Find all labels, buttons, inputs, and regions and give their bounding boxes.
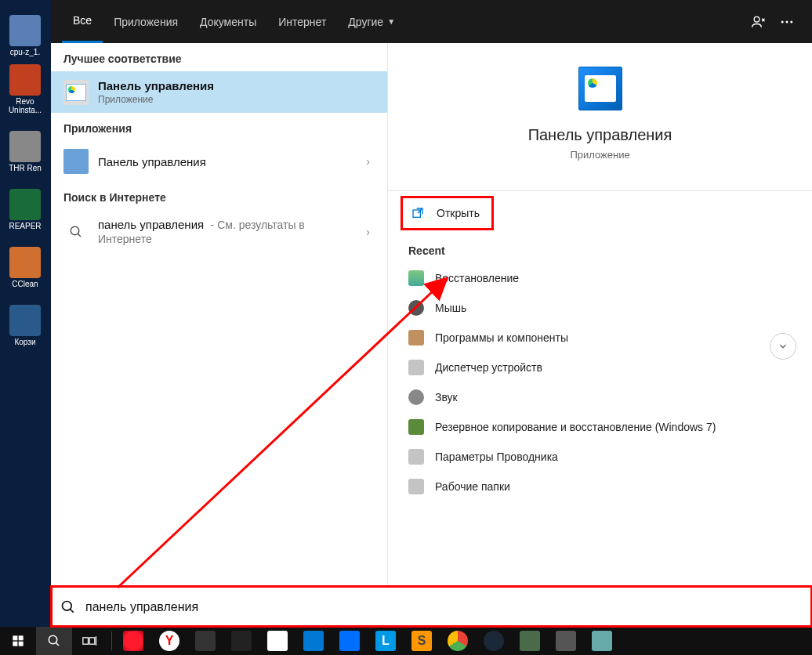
svg-point-6 — [63, 601, 72, 610]
desktop-icons: cpu-z_1. Revo Uninsta... THR Ren REAPER … — [0, 0, 51, 655]
desktop-icon-revo[interactable]: Revo Uninsta... — [3, 61, 47, 116]
recent-item-sound[interactable]: Звук — [408, 382, 792, 412]
taskbar-app-12[interactable] — [512, 627, 548, 655]
taskbar-app-yandex[interactable]: Y — [151, 627, 187, 655]
sound-icon — [408, 389, 424, 405]
desktop-icon-reaper[interactable]: REAPER — [3, 177, 47, 232]
svg-rect-13 — [83, 638, 89, 644]
svg-rect-9 — [19, 635, 24, 640]
backup-icon — [408, 419, 424, 435]
taskbar-app-5[interactable] — [259, 627, 295, 655]
desktop-icon-thr[interactable]: THR Ren — [3, 119, 47, 174]
taskbar-app-13[interactable] — [548, 627, 584, 655]
recent-heading: Recent — [408, 244, 792, 257]
recent-item-device-manager[interactable]: Диспетчер устройств — [408, 353, 792, 382]
start-button[interactable] — [0, 627, 36, 655]
open-action-label: Открыть — [437, 207, 480, 219]
tab-internet[interactable]: Интернет — [267, 0, 337, 43]
taskbar-divider — [111, 631, 112, 650]
taskbar-app-opera[interactable] — [115, 627, 151, 655]
search-icon — [63, 219, 89, 244]
explorer-options-icon — [408, 449, 424, 465]
recent-item-explorer-options[interactable]: Параметры Проводника — [408, 442, 792, 472]
taskbar: Y L S — [0, 627, 812, 655]
recent-item-mouse[interactable]: Мышь — [408, 293, 792, 323]
best-match-subtitle: Приложение — [98, 94, 375, 105]
tab-other[interactable]: Другие▼ — [337, 0, 406, 43]
control-panel-icon — [63, 80, 89, 105]
search-icon — [51, 599, 85, 615]
tab-all[interactable]: Все — [62, 0, 103, 43]
svg-point-3 — [790, 20, 792, 23]
search-results-body: Лучшее соответствие Панель управления Пр… — [51, 43, 812, 586]
expand-button[interactable] — [770, 333, 796, 360]
taskbar-app-7[interactable] — [332, 627, 368, 655]
taskbar-app-14[interactable] — [584, 627, 620, 655]
taskbar-app-3[interactable] — [187, 627, 223, 655]
taskbar-search-button[interactable] — [36, 627, 72, 655]
svg-rect-8 — [13, 635, 17, 640]
svg-point-1 — [781, 20, 784, 23]
svg-rect-11 — [19, 642, 24, 646]
mouse-icon — [408, 300, 424, 316]
control-panel-large-icon — [578, 67, 622, 110]
best-match-result[interactable]: Панель управления Приложение — [51, 71, 387, 113]
chevron-down-icon: ▼ — [387, 17, 395, 26]
work-folders-icon — [408, 479, 424, 494]
svg-rect-10 — [13, 642, 17, 646]
apps-section-header: Приложения — [51, 113, 387, 141]
best-match-header: Лучшее соответствие — [51, 43, 387, 71]
taskbar-app-steam[interactable] — [476, 627, 512, 655]
svg-point-0 — [754, 16, 759, 22]
search-tabs-bar: Все Приложения Документы Интернет Другие… — [51, 0, 812, 43]
web-result-prefix: панель управления — [98, 218, 204, 231]
search-input[interactable] — [85, 587, 812, 627]
task-view-button[interactable] — [72, 627, 108, 655]
chevron-right-icon: › — [361, 226, 375, 238]
search-panel: Все Приложения Документы Интернет Другие… — [51, 0, 812, 586]
programs-icon — [408, 330, 424, 346]
taskbar-app-mail[interactable] — [295, 627, 332, 655]
desktop-icon-ccleaner[interactable]: CClean — [3, 235, 47, 290]
recent-item-work-folders[interactable]: Рабочие папки — [408, 472, 792, 501]
search-input-zone — [51, 586, 812, 627]
results-left-column: Лучшее соответствие Панель управления Пр… — [51, 43, 388, 586]
desktop-icon-cpuz[interactable]: cpu-z_1. — [3, 3, 47, 58]
taskbar-app-l[interactable]: L — [368, 627, 404, 655]
svg-point-2 — [786, 20, 788, 23]
preview-header: Панель управления Приложение — [388, 43, 812, 176]
recent-item-recovery[interactable]: Восстановление — [408, 263, 792, 293]
tab-docs[interactable]: Документы — [189, 0, 267, 43]
web-result[interactable]: панель управления - См. результаты в Инт… — [51, 210, 387, 254]
svg-point-12 — [49, 635, 57, 644]
svg-point-4 — [71, 226, 79, 235]
app-result-title: Панель управления — [98, 155, 361, 168]
tab-apps[interactable]: Приложения — [103, 0, 189, 43]
best-match-title: Панель управления — [98, 79, 375, 92]
taskbar-app-sublime[interactable]: S — [404, 627, 440, 655]
taskbar-app-4[interactable] — [223, 627, 259, 655]
open-icon — [410, 205, 426, 221]
web-section-header: Поиск в Интернете — [51, 182, 387, 210]
recovery-icon — [408, 270, 424, 286]
preview-title: Панель управления — [404, 126, 796, 144]
recent-item-programs[interactable]: Программы и компоненты — [408, 323, 792, 353]
control-panel-small-icon — [63, 149, 89, 174]
svg-rect-14 — [89, 638, 95, 644]
recent-block: Recent Восстановление Мышь Программы и к… — [388, 235, 812, 501]
open-action[interactable]: Открыть — [402, 197, 492, 229]
results-right-column: Панель управления Приложение Открыть Rec… — [388, 43, 812, 586]
feedback-icon[interactable] — [745, 8, 773, 36]
app-result-control-panel[interactable]: Панель управления › — [51, 141, 387, 182]
recent-item-backup[interactable]: Резервное копирование и восстановление (… — [408, 412, 792, 442]
device-manager-icon — [408, 360, 424, 375]
preview-subtitle: Приложение — [404, 149, 796, 161]
more-icon[interactable] — [773, 8, 801, 36]
chevron-right-icon: › — [361, 155, 375, 168]
divider — [388, 190, 812, 191]
taskbar-app-chrome[interactable] — [440, 627, 476, 655]
desktop-icon-recycle[interactable]: Корзи — [3, 293, 47, 348]
